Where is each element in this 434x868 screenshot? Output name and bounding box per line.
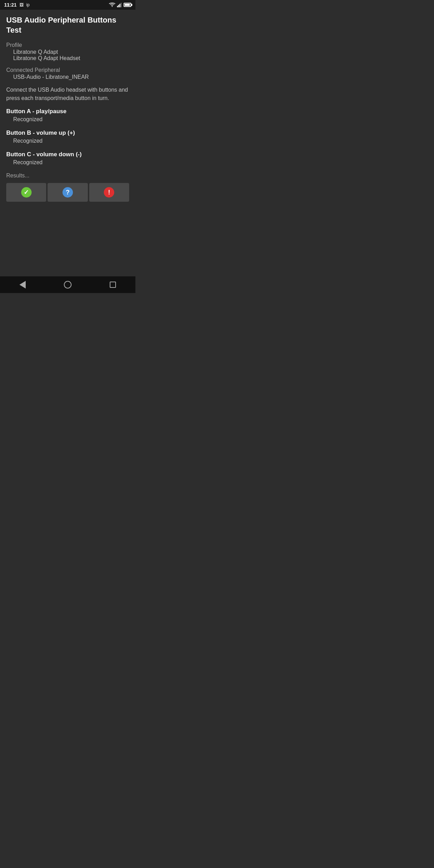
profile-label: Profile (6, 42, 129, 48)
unknown-button[interactable]: ? (48, 183, 87, 202)
svg-point-0 (112, 6, 112, 7)
nav-back-button[interactable] (12, 276, 33, 293)
nav-recent-button[interactable] (102, 276, 123, 293)
button-a-section: Button A - play/pause Recognized (6, 108, 129, 123)
main-content: USB Audio Peripheral Buttons Test Profil… (0, 10, 135, 276)
fail-icon: ! (104, 187, 114, 198)
button-b-status: Recognized (6, 138, 129, 144)
profile-item-1: Libratone Q Adapt (6, 49, 129, 55)
battery-icon (124, 3, 131, 7)
connected-peripheral-label: Connected Peripheral (6, 67, 129, 73)
button-b-section: Button B - volume up (+) Recognized (6, 130, 129, 144)
home-icon (64, 281, 72, 289)
button-c-label: Button C - volume down (-) (6, 151, 129, 158)
signal-icon (117, 2, 122, 7)
connected-peripheral-value: USB-Audio - Libratone_INEAR (6, 74, 129, 80)
instruction-text: Connect the USB Audio headset with butto… (6, 86, 129, 102)
button-c-section: Button C - volume down (-) Recognized (6, 151, 129, 166)
action-buttons: ✓ ? ! (6, 183, 129, 202)
button-b-label: Button B - volume up (+) (6, 130, 129, 136)
button-a-label: Button A - play/pause (6, 108, 129, 115)
unknown-icon: ? (62, 187, 73, 198)
pass-icon: ✓ (21, 187, 32, 198)
status-bar-left: 11:21 🖼 ip (4, 2, 30, 8)
ip-label: ip (26, 2, 30, 7)
button-a-status: Recognized (6, 116, 129, 123)
status-bar: 11:21 🖼 ip (0, 0, 135, 10)
connected-peripheral-section: Connected Peripheral USB-Audio - Librato… (6, 67, 129, 80)
nav-home-button[interactable] (57, 276, 78, 293)
pass-button[interactable]: ✓ (6, 183, 46, 202)
results-label: Results... (6, 173, 129, 179)
svg-rect-2 (118, 5, 119, 7)
button-c-status: Recognized (6, 159, 129, 166)
back-icon (19, 281, 26, 289)
nav-bar (0, 276, 135, 293)
image-icon: 🖼 (19, 2, 24, 7)
profile-item-2: Libratone Q Adapt Headset (6, 55, 129, 61)
fail-button[interactable]: ! (89, 183, 129, 202)
page-title: USB Audio Peripheral Buttons Test (6, 15, 129, 35)
svg-rect-4 (121, 3, 122, 7)
svg-rect-3 (119, 4, 120, 7)
svg-rect-1 (117, 6, 118, 7)
profile-section: Profile Libratone Q Adapt Libratone Q Ad… (6, 42, 129, 61)
status-time: 11:21 (4, 2, 17, 8)
status-bar-right (109, 2, 131, 7)
wifi-icon (109, 2, 115, 7)
recent-icon (110, 282, 116, 288)
